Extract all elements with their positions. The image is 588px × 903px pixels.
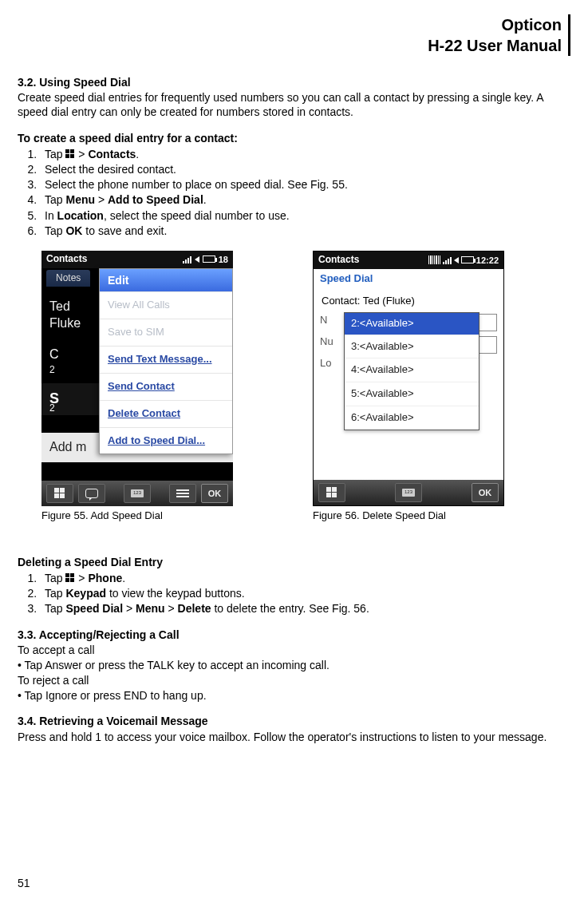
- keyboard-button[interactable]: 123: [124, 484, 151, 503]
- menu-item-send-contact[interactable]: Send Contact: [100, 373, 232, 400]
- start-button[interactable]: [318, 483, 345, 502]
- signal-icon: [183, 255, 191, 263]
- section-3-3-title: 3.3. Accepting/Rejecting a Call: [18, 628, 570, 642]
- dropdown-option-2[interactable]: 2:<Available>: [345, 313, 479, 335]
- menu-item-delete-contact[interactable]: Delete Contact: [100, 400, 232, 427]
- dropdown-option-6[interactable]: 6:<Available>: [345, 406, 479, 430]
- battery-icon: [203, 255, 215, 263]
- step-6: Tap OK to save and exit.: [40, 224, 570, 238]
- deleting-steps: Tap > Phone. Tap Keypad to view the keyp…: [40, 571, 570, 616]
- shot1-title: Contacts: [46, 253, 87, 266]
- dropdown-option-3[interactable]: 3:<Available>: [345, 335, 479, 358]
- menu-button[interactable]: [169, 484, 196, 503]
- step-4: Tap Menu > Add to Speed Dial.: [40, 192, 570, 207]
- create-speed-dial-heading: To create a speed dial entry for a conta…: [18, 131, 570, 145]
- del-step-2: Tap Keypad to view the keypad buttons.: [40, 586, 570, 600]
- speaker-icon: [454, 257, 459, 263]
- figure-55-caption: Figure 55. Add Speed Dial: [41, 509, 233, 523]
- shot2-status-icons: 12:22: [428, 255, 499, 266]
- section-3-2-title: 3.2. Using Speed Dial: [18, 75, 570, 89]
- barcode-icon: [428, 255, 440, 264]
- step-3: Select the phone number to place on spee…: [40, 177, 570, 192]
- windows-icon: [65, 573, 75, 583]
- contact-line: Contact: Ted (Fluke): [314, 289, 503, 314]
- create-speed-dial-steps: Tap > Contacts. Select the desired conta…: [40, 147, 570, 238]
- start-button[interactable]: [46, 484, 73, 503]
- location-dropdown[interactable]: 2:<Available> 3:<Available> 4:<Available…: [344, 312, 479, 430]
- accept-call-h: To accept a call: [18, 643, 570, 657]
- shot2-topbar: Contacts 12:22: [314, 251, 503, 269]
- speaker-icon: [195, 256, 199, 263]
- context-menu: Edit View All Calls Save to SIM Send Tex…: [99, 268, 233, 455]
- del-step-1: Tap > Phone.: [40, 571, 570, 585]
- contact-row-s[interactable]: S 2: [41, 383, 99, 415]
- shot2-time: 12:22: [476, 255, 499, 266]
- menu-item-add-to-speed-dial[interactable]: Add to Speed Dial...: [100, 427, 232, 454]
- section-3-4-body: Press and hold 1 to access your voice ma…: [18, 730, 570, 744]
- header-line2: H-22 User Manual: [18, 35, 562, 56]
- step-2: Select the desired contact.: [40, 162, 570, 176]
- accept-call-b: • Tap Answer or press the TALK key to ac…: [18, 658, 570, 672]
- figure-56: Contacts 12:22 Speed Dial Contact: Ted (…: [313, 251, 504, 523]
- page-header: Opticon H-22 User Manual: [18, 14, 570, 56]
- shot2-bottombar: 123 OK: [314, 480, 503, 505]
- contact-row-c[interactable]: C 2: [41, 347, 99, 363]
- step-1: Tap > Contacts.: [40, 147, 570, 161]
- battery-icon: [461, 256, 474, 263]
- keyboard-button[interactable]: 123: [395, 483, 422, 502]
- shot1-status-icons: 18: [183, 254, 228, 265]
- contact-name[interactable]: Ted Fluke: [41, 299, 99, 332]
- dropdown-option-5[interactable]: 5:<Available>: [345, 382, 479, 406]
- shot1-time: 18: [219, 254, 228, 265]
- shot1-bottombar: 123 OK: [41, 481, 233, 506]
- ok-button[interactable]: OK: [201, 484, 228, 503]
- reject-call-b: • Tap Ignore or press END to hang up.: [18, 688, 570, 703]
- form-labels: N Nu Lo: [320, 314, 333, 378]
- figure-55: Contacts 18 Notes Ted Fluke C 2 S 2: [41, 251, 233, 523]
- del-step-3: Tap Speed Dial > Menu > Delete to delete…: [40, 601, 570, 616]
- windows-icon: [65, 149, 75, 159]
- shot1-topbar: Contacts 18: [41, 251, 233, 268]
- section-3-2-intro: Create speed dial entries for frequently…: [18, 90, 570, 119]
- messaging-button[interactable]: [78, 484, 105, 503]
- menu-item-edit[interactable]: Edit: [100, 269, 232, 291]
- section-3-4-title: 3.4. Retrieving a Voicemail Message: [18, 714, 570, 728]
- menu-item-send-text[interactable]: Send Text Message...: [100, 346, 232, 373]
- shot2-title: Contacts: [318, 254, 359, 267]
- menu-item-save-to-sim: Save to SIM: [100, 319, 232, 346]
- ok-button[interactable]: OK: [472, 483, 499, 502]
- screenshot-delete-speed-dial: Contacts 12:22 Speed Dial Contact: Ted (…: [313, 251, 504, 506]
- figure-56-caption: Figure 56. Delete Speed Dial: [313, 509, 504, 523]
- reject-call-h: To reject a call: [18, 673, 570, 687]
- menu-item-view-all-calls: View All Calls: [100, 291, 232, 319]
- deleting-heading: Deleting a Speed Dial Entry: [18, 555, 570, 569]
- header-line1: Opticon: [18, 14, 562, 35]
- screenshot-add-speed-dial: Contacts 18 Notes Ted Fluke C 2 S 2: [41, 251, 233, 506]
- figures-row: Contacts 18 Notes Ted Fluke C 2 S 2: [41, 251, 570, 523]
- dropdown-option-4[interactable]: 4:<Available>: [345, 358, 479, 382]
- step-5: In Location, select the speed dial numbe…: [40, 208, 570, 223]
- speed-dial-subtitle: Speed Dial: [314, 269, 503, 289]
- signal-icon: [443, 256, 452, 264]
- notes-tab[interactable]: Notes: [46, 270, 90, 287]
